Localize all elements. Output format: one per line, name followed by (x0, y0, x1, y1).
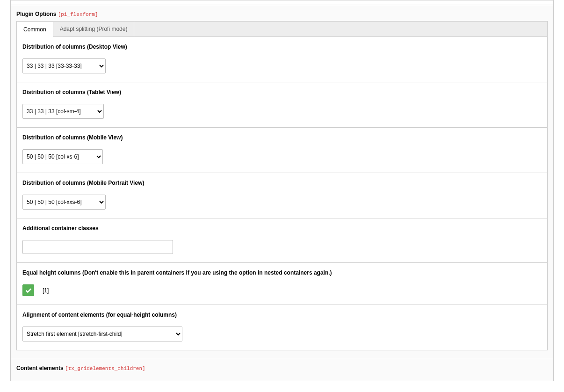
mobile-portrait-columns-label: Distribution of columns (Mobile Portrait… (22, 180, 542, 186)
mobile-portrait-columns-select[interactable]: 50 | 50 | 50 [col-xxs-6] (22, 195, 106, 210)
tablet-columns-label: Distribution of columns (Tablet View) (22, 89, 542, 95)
tab-body-common: Distribution of columns (Desktop View) 3… (16, 36, 548, 350)
check-icon (25, 287, 32, 294)
alignment-select[interactable]: Stretch first element [stretch-first-chi… (22, 327, 182, 341)
mobile-columns-label: Distribution of columns (Mobile View) (22, 134, 542, 141)
additional-classes-input[interactable] (22, 240, 173, 254)
additional-classes-label: Additional container classes (22, 225, 542, 232)
desktop-columns-select[interactable]: 33 | 33 | 33 [33-33-33] (22, 58, 106, 73)
tabs: Common Adapt splitting (Profi mode) (16, 21, 548, 36)
alignment-label: Alignment of content elements (for equal… (22, 312, 542, 318)
tab-common[interactable]: Common (17, 22, 53, 37)
plugin-options-label: Plugin Options (16, 11, 56, 17)
equal-height-value: [1] (43, 287, 49, 294)
content-elements-label: Content elements (16, 365, 64, 371)
equal-height-checkbox[interactable] (22, 284, 34, 296)
tab-adapt-splitting[interactable]: Adapt splitting (Profi mode) (53, 22, 135, 36)
content-elements-tech: [tx_gridelements_children] (65, 366, 145, 371)
content-elements-title: Content elements [tx_gridelements_childr… (16, 365, 548, 371)
plugin-options-title: Plugin Options [pi_flexform] (16, 11, 548, 17)
equal-height-label: Equal height columns (Don't enable this … (22, 269, 542, 276)
panel-top-divider (11, 0, 553, 5)
plugin-options-tech: [pi_flexform] (58, 12, 98, 17)
tablet-columns-select[interactable]: 33 | 33 | 33 [col-sm-4] (22, 104, 104, 119)
mobile-columns-select[interactable]: 50 | 50 | 50 [col-xs-6] (22, 149, 103, 164)
desktop-columns-label: Distribution of columns (Desktop View) (22, 44, 542, 50)
